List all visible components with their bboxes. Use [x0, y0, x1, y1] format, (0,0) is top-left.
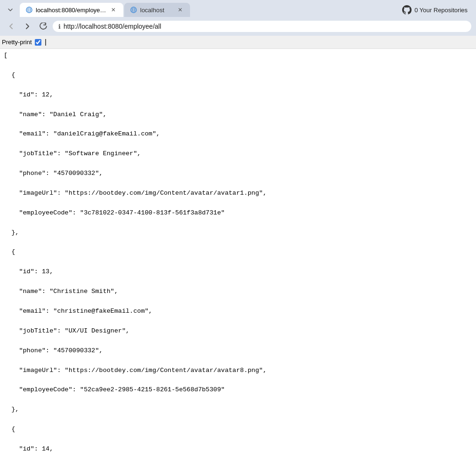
github-repos-text: Your Repositories: [420, 7, 468, 14]
json-line: "email": "christine@fakeEmail.com",: [4, 307, 472, 317]
json-line: "id": 12,: [4, 90, 472, 100]
json-line: "jobTitle": "UX/UI Designer",: [4, 326, 472, 336]
back-button[interactable]: [5, 20, 18, 33]
tab-dropdown-button[interactable]: [4, 3, 17, 16]
json-line: "employeeCode": "52ca9ee2-2985-4215-8261…: [4, 385, 472, 395]
json-line: {: [4, 247, 472, 257]
json-content: [ { "id": 12, "name": "Daniel Craig", "e…: [0, 49, 476, 459]
json-line: "name": "Daniel Craig",: [4, 110, 472, 120]
pretty-print-checkbox[interactable]: [35, 39, 41, 46]
json-line: {: [4, 71, 472, 80]
tab1-close-button[interactable]: ✕: [109, 6, 118, 14]
address-bar-row: ℹ http://localhost:8080/employee/all: [0, 17, 476, 36]
json-line: },: [4, 228, 472, 238]
json-line: "phone": "4570090332",: [4, 346, 472, 356]
tab2-close-button[interactable]: ✕: [176, 6, 184, 14]
json-line: "imageUrl": "https://bootdey.com/img/Con…: [4, 366, 472, 376]
github-repos-count: 0: [414, 7, 418, 14]
info-icon: ℹ: [58, 23, 61, 30]
cursor-indicator: [45, 39, 49, 46]
refresh-button[interactable]: [37, 20, 50, 33]
json-line: {: [4, 425, 472, 435]
json-line: "id": 14,: [4, 444, 472, 454]
content-area: Pretty-print [ { "id": 12, "name": "Dani…: [0, 36, 476, 459]
json-line: "id": 13,: [4, 267, 472, 277]
globe-icon-tab1: [25, 6, 33, 14]
tab1-title: localhost:8080/employee/all: [36, 7, 106, 14]
address-text: http://localhost:8080/employee/all: [63, 23, 466, 30]
json-line: },: [4, 405, 472, 415]
json-line: "name": "Christine Smith",: [4, 287, 472, 297]
tab2-title: localhost: [140, 7, 173, 14]
json-line: "phone": "4570090332",: [4, 169, 472, 179]
json-line: "jobTitle": "Software Engineer",: [4, 149, 472, 159]
pretty-print-bar: Pretty-print: [0, 36, 476, 49]
globe-icon-tab2: [130, 6, 137, 14]
address-bar[interactable]: ℹ http://localhost:8080/employee/all: [53, 21, 471, 32]
forward-button[interactable]: [21, 20, 34, 33]
github-area[interactable]: 0 Your Repositories: [397, 3, 472, 16]
github-icon: [402, 5, 412, 15]
tab-bar: localhost:8080/employee/all ✕ localhost …: [0, 0, 476, 17]
github-repos-label: 0 Your Repositories: [414, 7, 468, 14]
json-line: "email": "danielCraig@fakeEmail.com",: [4, 129, 472, 139]
browser-chrome: localhost:8080/employee/all ✕ localhost …: [0, 0, 476, 36]
json-line: "employeeCode": "3c781022-0347-4100-813f…: [4, 208, 472, 218]
json-line: [: [4, 51, 472, 61]
tab-inactive[interactable]: localhost ✕: [124, 3, 190, 17]
json-line: "imageUrl": "https://bootdey.com/img/Con…: [4, 189, 472, 198]
pretty-print-label: Pretty-print: [2, 39, 32, 46]
tab-active[interactable]: localhost:8080/employee/all ✕: [20, 3, 123, 17]
